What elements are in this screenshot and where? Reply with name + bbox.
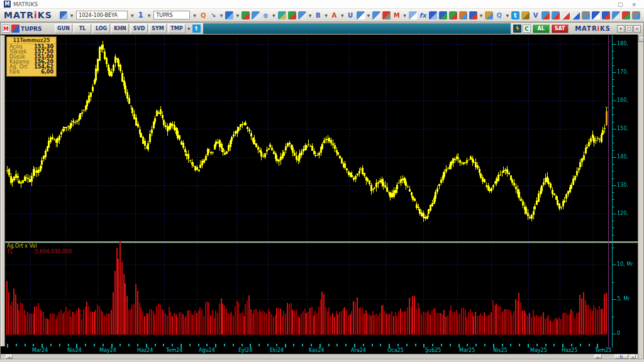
news-icon[interactable] bbox=[298, 11, 306, 19]
chart-more-dropdown-arrow[interactable]: ▼ bbox=[187, 26, 191, 31]
scroll-right-button[interactable]: ▸ bbox=[594, 354, 602, 359]
matriks-app-window: M MATRIKS ▢ × MATRiKS ▼ 1024-100-BEYA▼ 1… bbox=[0, 0, 644, 362]
chart-button-khn[interactable]: KHN bbox=[111, 24, 129, 33]
workspace-combobox[interactable]: 1024-100-BEYA bbox=[76, 11, 128, 19]
gauge2-icon[interactable] bbox=[372, 11, 380, 19]
ohlc-info-box: 11Temmuz25 Açılış151,30Yüksek157,50Düşük… bbox=[6, 36, 57, 77]
pointer-icon-dropdown-arrow[interactable]: ▼ bbox=[220, 13, 223, 18]
handshake-icon[interactable] bbox=[278, 11, 286, 19]
fx-icon[interactable]: fx bbox=[419, 11, 427, 19]
bold-b-icon[interactable]: B bbox=[314, 11, 322, 19]
save-icon[interactable] bbox=[60, 11, 67, 19]
chart-button-log[interactable]: LOG bbox=[92, 24, 110, 33]
monitor-icon[interactable] bbox=[252, 11, 260, 19]
chart-button-tl[interactable]: TL bbox=[74, 24, 91, 33]
panel-splitter-grip[interactable] bbox=[1, 35, 5, 346]
period-value[interactable]: 1 bbox=[137, 11, 145, 19]
c-button[interactable]: C bbox=[523, 25, 531, 33]
user-icon[interactable] bbox=[429, 11, 437, 19]
period-dropdown-arrow[interactable]: ▼ bbox=[148, 13, 151, 18]
lightning-icon[interactable]: ϟ bbox=[513, 25, 521, 33]
symbol-dropdown-arrow[interactable]: ▼ bbox=[193, 13, 196, 18]
window-small-icon[interactable] bbox=[562, 11, 570, 19]
twitter-share-icon[interactable]: t bbox=[192, 25, 201, 33]
search-news-icon[interactable]: Q bbox=[495, 11, 503, 19]
indicators-icon[interactable] bbox=[225, 11, 233, 19]
save-dropdown-arrow[interactable]: ▼ bbox=[70, 13, 74, 18]
calculator-icon[interactable] bbox=[612, 11, 620, 19]
gauge-icon-dropdown-arrow[interactable]: ▼ bbox=[367, 13, 370, 18]
chart-menu-icon[interactable]: M bbox=[2, 25, 10, 33]
chart-button-svd[interactable]: SVD bbox=[130, 24, 148, 33]
info-value: 6,00 bbox=[41, 70, 53, 75]
v-icon[interactable]: V bbox=[531, 11, 540, 19]
x-axis-month-label: Nis25 bbox=[493, 348, 508, 353]
chart-edit-icon[interactable] bbox=[541, 11, 550, 19]
tl-label: TL bbox=[7, 249, 13, 255]
window-maximize-button[interactable]: ▢ bbox=[618, 1, 623, 8]
prev-bar-button[interactable]: ◂ bbox=[630, 354, 636, 359]
clock-icon[interactable]: ⊙ bbox=[262, 11, 270, 19]
matriks-m-icon[interactable]: M bbox=[392, 11, 401, 19]
clock-icon-dropdown-arrow[interactable]: ▼ bbox=[272, 13, 275, 18]
underline-icon[interactable]: U bbox=[347, 11, 355, 19]
align-list-icon[interactable] bbox=[288, 11, 296, 19]
horizontal-scrollbar[interactable]: ◂ ▸ ↻ ◂ ▸ bbox=[1, 354, 638, 359]
traffic-light-icon[interactable] bbox=[449, 11, 457, 19]
pane-maximize-button[interactable]: □ bbox=[638, 36, 644, 42]
pointer-icon[interactable]: ↘ bbox=[209, 11, 218, 19]
window-small2-icon[interactable] bbox=[572, 11, 580, 19]
search-news-icon-dropdown-arrow[interactable]: ▼ bbox=[506, 13, 509, 18]
indicators-icon-dropdown-arrow[interactable]: ▼ bbox=[236, 13, 239, 18]
matriks-m-icon-dropdown-arrow[interactable]: ▼ bbox=[403, 13, 406, 18]
sell-button[interactable]: SAT bbox=[551, 24, 569, 33]
user-add-icon[interactable] bbox=[439, 11, 447, 19]
info-date: 11Temmuz25 bbox=[7, 38, 56, 44]
scroll-left-button[interactable]: ◂ bbox=[6, 354, 13, 359]
mdi-restore-button[interactable]: □ bbox=[625, 25, 633, 33]
chart-button-gun[interactable]: GUN bbox=[55, 24, 72, 33]
symbol-combobox[interactable]: TUPRS bbox=[153, 11, 190, 19]
book-icon[interactable] bbox=[469, 11, 477, 19]
mdi-close-button[interactable]: × bbox=[633, 25, 641, 33]
people-icon[interactable] bbox=[485, 11, 493, 19]
x-axis-month-label: Kas24 bbox=[309, 348, 324, 353]
mail-icon[interactable] bbox=[602, 11, 610, 19]
folder-icon[interactable] bbox=[521, 11, 530, 19]
chart-snapshot-icon[interactable] bbox=[409, 11, 417, 19]
info-label: Fark bbox=[9, 70, 20, 75]
gears-icon[interactable] bbox=[632, 11, 640, 19]
price-axis-label: 180, bbox=[617, 41, 628, 47]
gauge-icon[interactable] bbox=[357, 11, 365, 19]
price-volume-chart[interactable] bbox=[5, 35, 638, 348]
font-color-icon-dropdown-arrow[interactable]: ▼ bbox=[341, 13, 344, 18]
mdi-minimize-button[interactable]: ▾ bbox=[617, 25, 625, 33]
x-axis-month-label: Mar24 bbox=[32, 348, 48, 353]
vwap-icon[interactable] bbox=[382, 11, 391, 19]
x-axis-month-label: Mar25 bbox=[459, 348, 475, 353]
x-axis-month-label: Ara24 bbox=[351, 348, 366, 353]
chat-icon[interactable] bbox=[622, 11, 630, 19]
chart-window: M TUPRS GUNTLLOGKHNSVDSYMTMP ▼ t ϟ C AL … bbox=[0, 22, 644, 359]
buy-button[interactable]: AL bbox=[532, 24, 550, 33]
x-axis-month-label: Tem24 bbox=[166, 348, 182, 353]
price-axis-label: 150, bbox=[617, 126, 628, 131]
bell-icon[interactable] bbox=[592, 11, 600, 19]
price-axis-label: 120, bbox=[617, 211, 628, 216]
news-icon-dropdown-arrow[interactable]: ▼ bbox=[309, 13, 312, 18]
font-color-icon[interactable]: A bbox=[330, 11, 338, 19]
twitter-icon[interactable]: t bbox=[511, 11, 519, 19]
workspace-dropdown-arrow[interactable]: ▼ bbox=[131, 13, 134, 18]
book-icon-dropdown-arrow[interactable]: ▼ bbox=[480, 13, 483, 18]
chart-button-tmp[interactable]: TMP bbox=[168, 24, 186, 33]
volume-tl-row: TL :5.604.030.000 bbox=[7, 249, 13, 255]
link-icon[interactable] bbox=[582, 11, 590, 19]
refresh-icon[interactable]: ↻ bbox=[614, 354, 628, 359]
window-close-button[interactable]: × bbox=[631, 1, 636, 8]
monitor-alert-icon[interactable] bbox=[552, 11, 560, 19]
door-icon[interactable] bbox=[459, 11, 467, 19]
zoom-icon[interactable]: Q bbox=[199, 11, 208, 19]
pie-chart-icon[interactable] bbox=[242, 11, 250, 19]
chart-button-sym[interactable]: SYM bbox=[149, 24, 167, 33]
bold-b-icon-dropdown-arrow[interactable]: ▼ bbox=[325, 13, 328, 18]
